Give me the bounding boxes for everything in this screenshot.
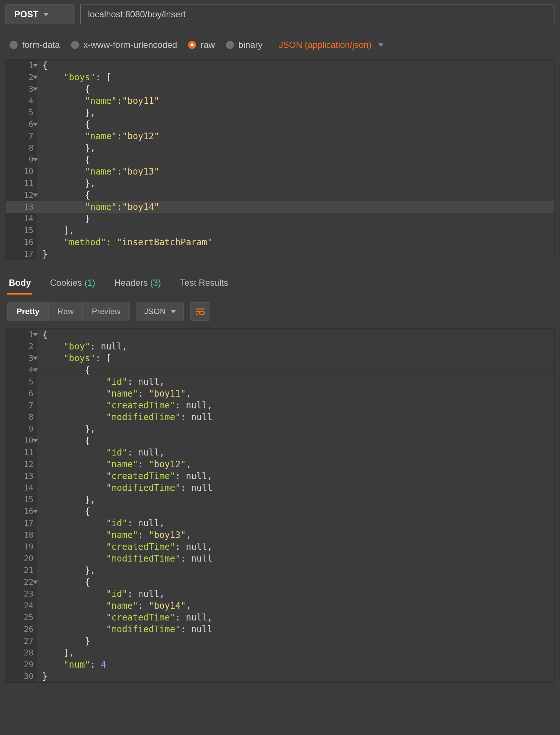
code-cell[interactable]: "name":"boy12" [37,130,554,142]
line-number[interactable]: 3 [6,352,37,364]
code-cell[interactable]: "name": "boy12", [37,458,554,470]
code-cell[interactable]: "id": null, [37,588,554,600]
code-cell[interactable]: "name":"boy14" [37,201,554,213]
code-cell[interactable]: "boys": [ [37,352,554,364]
http-method-label: POST [14,9,38,20]
code-cell[interactable]: { [37,154,554,166]
code-cell[interactable]: { [37,189,554,201]
code-cell[interactable]: } [37,635,554,647]
code-cell[interactable]: } [37,248,554,260]
response-body-viewer[interactable]: 1{2 "boy": null,3 "boys": [4 {5 "id": nu… [5,328,555,683]
code-cell[interactable]: } [37,213,554,225]
radio-label: form-data [22,40,60,50]
line-number[interactable]: 22 [6,576,37,588]
code-cell[interactable]: "name":"boy11" [37,95,554,107]
radio-raw[interactable]: raw [188,40,215,50]
view-preview-button[interactable]: Preview [83,302,129,321]
code-line: 27 } [6,635,554,647]
http-method-select[interactable]: POST [5,4,75,24]
code-cell[interactable]: "name": "boy14", [37,600,554,612]
code-cell[interactable]: { [37,435,554,447]
radio-urlencoded[interactable]: x-www-form-urlencoded [71,40,177,50]
line-number: 18 [6,529,37,541]
line-number[interactable]: 12 [6,189,37,201]
code-cell[interactable]: "id": null, [37,517,554,529]
tab-headers[interactable]: Headers (3) [113,274,163,295]
code-line: 7 "createdTime": null, [6,400,554,411]
code-cell[interactable]: { [37,364,554,376]
wrap-lines-button[interactable] [190,302,210,321]
line-number: 5 [6,107,37,119]
code-cell[interactable]: }, [37,565,554,576]
radio-form-data[interactable]: form-data [10,40,60,50]
radio-binary[interactable]: binary [226,40,262,50]
code-cell[interactable]: }, [37,494,554,506]
code-cell[interactable]: "name":"boy13" [37,166,554,177]
line-number[interactable]: 1 [6,329,37,341]
code-line: 11 }, [6,177,554,189]
tab-label: Headers [114,278,148,288]
line-number: 7 [6,130,37,142]
code-line: 11 "id": null, [6,447,554,458]
view-raw-button[interactable]: Raw [49,302,83,321]
code-cell[interactable]: { [37,119,554,130]
response-toolbar: Pretty Raw Preview JSON [0,295,560,328]
code-cell[interactable]: { [37,329,554,341]
code-cell[interactable]: "createdTime": null, [37,612,554,623]
content-type-select[interactable]: JSON (application/json) [279,40,383,50]
line-number[interactable]: 1 [6,60,37,71]
line-number: 14 [6,213,37,225]
code-cell[interactable]: }, [37,423,554,435]
tab-cookies[interactable]: Cookies (1) [49,274,97,295]
code-cell[interactable]: "id": null, [37,447,554,458]
tab-body[interactable]: Body [7,274,32,295]
line-number: 14 [6,482,37,494]
code-cell[interactable]: ], [37,647,554,659]
code-cell[interactable]: "modifiedTime": null [37,623,554,635]
code-cell[interactable]: }, [37,177,554,189]
request-url-input[interactable]: localhost:8080/boy/insert [80,4,555,24]
code-line: 21 }, [6,565,554,576]
code-cell[interactable]: "boys": [ [37,71,554,83]
code-cell[interactable]: "modifiedTime": null [37,482,554,494]
code-cell[interactable]: "name": "boy11", [37,388,554,400]
code-cell[interactable]: }, [37,107,554,119]
view-pretty-button[interactable]: Pretty [8,302,49,321]
radio-icon [10,41,18,49]
line-number[interactable]: 10 [6,435,37,447]
line-number: 21 [6,565,37,576]
code-cell[interactable]: "method": "insertBatchParam" [37,236,554,248]
line-number[interactable]: 6 [6,119,37,130]
line-number[interactable]: 3 [6,83,37,95]
code-line: 3 "boys": [ [6,352,554,364]
code-line: 15 }, [6,494,554,506]
code-cell[interactable]: "boy": null, [37,341,554,352]
code-cell[interactable]: { [37,60,554,71]
code-cell[interactable]: "modifiedTime": null [37,411,554,423]
line-number: 25 [6,612,37,623]
code-line: 7 "name":"boy12" [6,130,554,142]
content-type-label: JSON (application/json) [279,40,371,50]
code-cell[interactable]: { [37,576,554,588]
code-cell[interactable]: { [37,506,554,517]
line-number[interactable]: 9 [6,154,37,166]
code-cell[interactable]: }, [37,142,554,154]
code-cell[interactable]: "createdTime": null, [37,541,554,553]
code-line: 12 { [6,189,554,201]
code-cell[interactable]: "name": "boy13", [37,529,554,541]
line-number[interactable]: 4 [6,364,37,376]
code-cell[interactable]: "modifiedTime": null [37,553,554,565]
request-body-editor[interactable]: 1{2 "boys": [3 {4 "name":"boy11"5 },6 {7… [5,59,555,260]
line-number[interactable]: 16 [6,506,37,517]
line-number: 17 [6,517,37,529]
code-cell[interactable]: "num": 4 [37,659,554,671]
line-number[interactable]: 2 [6,71,37,83]
code-cell[interactable]: "createdTime": null, [37,400,554,411]
code-cell[interactable]: { [37,83,554,95]
code-cell[interactable]: } [37,671,554,682]
code-cell[interactable]: ], [37,225,554,236]
code-cell[interactable]: "id": null, [37,376,554,388]
tab-test-results[interactable]: Test Results [178,274,230,295]
code-cell[interactable]: "createdTime": null, [37,470,554,482]
response-format-select[interactable]: JSON [137,302,184,321]
